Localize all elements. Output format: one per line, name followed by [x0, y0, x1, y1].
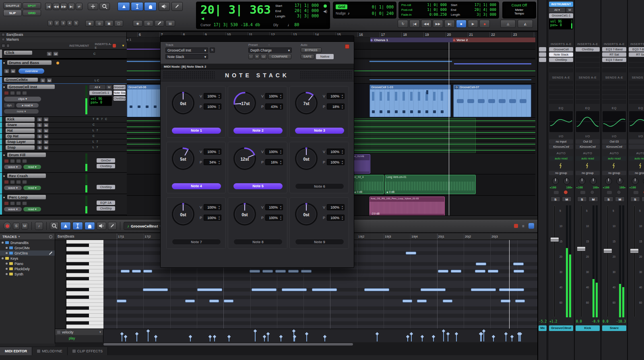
bar-number-16[interactable]: 16 — [359, 33, 363, 37]
go-to-start-button[interactable]: |◀ — [45, 3, 52, 10]
velocity-stem[interactable] — [264, 337, 265, 341]
midi-note[interactable] — [288, 270, 299, 273]
eq-graph[interactable] — [629, 111, 644, 132]
midi-note[interactable] — [143, 270, 152, 273]
audio-read-select[interactable]: read ▾ — [23, 186, 41, 190]
input-select[interactable] — [629, 139, 644, 144]
fader-thumb[interactable] — [577, 246, 586, 251]
piano-key[interactable] — [66, 325, 103, 329]
midi-note[interactable] — [514, 270, 524, 273]
countoff-label[interactable]: Count Off — [503, 3, 536, 7]
piano-key[interactable] — [66, 262, 103, 266]
mute-icon[interactable] — [22, 159, 27, 163]
audio-expand-icon[interactable]: ▾ — [3, 153, 5, 157]
pan-knob-left[interactable] — [551, 177, 559, 185]
io-header[interactable]: I/O — [575, 134, 601, 138]
pan-readout-left[interactable]: ◂100 — [603, 186, 609, 189]
group-overview-button[interactable]: overview — [19, 68, 44, 74]
piano-key[interactable] — [66, 321, 103, 325]
black-key[interactable] — [66, 296, 89, 299]
note-label-5[interactable]: Note 5 — [233, 183, 283, 189]
rewind-button[interactable]: ◀◀ — [53, 3, 60, 10]
audio-expand-icon[interactable]: ▾ — [3, 174, 5, 178]
velocity-stem[interactable] — [433, 337, 434, 341]
pan-readout-right[interactable]: 100▸ — [592, 186, 599, 189]
marker-chorus-1[interactable]: ◆Chorus 1 — [370, 37, 388, 42]
send-slot-empty-3[interactable] — [549, 95, 573, 99]
send-slot-empty-4[interactable] — [576, 100, 600, 104]
pan-knob-right[interactable] — [563, 177, 571, 185]
header-instrument[interactable]: INSTRUMENT — [69, 44, 89, 48]
spinner-arrows-icon[interactable]: ▲▼ — [341, 149, 343, 154]
velocity-stem[interactable] — [456, 334, 457, 341]
header-inserts[interactable]: INSERTS A-E — [95, 42, 112, 50]
fast-forward-button[interactable]: ▶▶ — [60, 3, 67, 10]
velocity-stem[interactable] — [210, 337, 211, 341]
group-select[interactable]: no group — [576, 171, 600, 175]
fader-track[interactable] — [634, 205, 635, 317]
warning-icon[interactable]: ▼ — [122, 44, 125, 48]
send-slot-empty-0[interactable] — [602, 81, 626, 85]
record-indicator[interactable] — [580, 191, 585, 194]
track-dot-icon[interactable] — [6, 263, 8, 265]
midi-note[interactable] — [250, 270, 260, 273]
insert-slot-empty-1[interactable] — [576, 52, 600, 57]
lcd-row-length[interactable]: Length3| 3| 000 — [451, 12, 496, 17]
notation-view-icon[interactable]: ♪ — [35, 222, 43, 230]
velocity-stem[interactable] — [125, 337, 126, 341]
io-header[interactable]: I/O — [628, 134, 644, 138]
track-name-grovecelmix[interactable]: GroveCelMix — [4, 78, 38, 82]
midi-note[interactable] — [121, 270, 130, 273]
mirrored-editing-button[interactable]: ◎ — [95, 20, 104, 27]
spinner-arrows-icon[interactable]: ▲▼ — [218, 215, 220, 220]
pencil-button[interactable] — [171, 2, 183, 11]
output-select[interactable] — [629, 145, 644, 149]
lcd-row-start[interactable]: Start17| 1| 000 — [451, 3, 496, 8]
midi-clip[interactable]: GroveCell-06 — [127, 85, 161, 117]
main-counter-value[interactable]: 20| 3| 363 — [200, 3, 271, 17]
bar-number-17[interactable]: 17 — [381, 33, 385, 37]
spinner-arrows-icon[interactable]: ▲▼ — [218, 94, 220, 99]
midi-tick-17-2[interactable]: 17|2 — [144, 235, 151, 238]
partial-volume-readout[interactable]: -5.2 — [539, 320, 547, 323]
black-key[interactable] — [66, 288, 89, 291]
tempo-label[interactable]: Tempo — [503, 12, 536, 15]
drum-mute-button[interactable]: M — [43, 128, 49, 133]
spinner-arrows-icon[interactable]: ▲▼ — [280, 215, 282, 220]
elastic-audio-icon[interactable] — [585, 163, 590, 169]
auto-mode-select[interactable]: auto read — [629, 156, 644, 161]
nudge-label[interactable]: Nudge — [336, 11, 346, 15]
velocity-stem[interactable] — [506, 334, 506, 341]
peak-readout[interactable]: -10.3 — [616, 320, 626, 323]
drum-solo-button[interactable]: S — [37, 145, 42, 150]
velocity-stem[interactable] — [190, 337, 191, 341]
velocity-stem[interactable] — [443, 331, 444, 341]
memory-5[interactable]: 5 — [73, 20, 79, 26]
input-monitor-icon[interactable] — [10, 159, 15, 163]
pan-knob-left[interactable] — [578, 177, 586, 185]
spinner-value[interactable]: 100%▲▼ — [265, 215, 283, 221]
midi-note[interactable] — [471, 288, 496, 291]
solo-icon[interactable] — [16, 159, 21, 163]
strip-nameplate[interactable]: GrooveClInst — [549, 325, 573, 331]
speaker-mini-icon[interactable]: ◀) — [323, 9, 327, 13]
track-name-kick[interactable]: Kick — [6, 117, 35, 122]
group-solo-button[interactable]: S — [4, 69, 9, 73]
midi-track-item-drumandbs[interactable]: DrumandBs — [0, 240, 55, 245]
drum-mute-button[interactable]: M — [43, 117, 49, 122]
spinner-arrows-icon[interactable]: ▲▼ — [218, 149, 220, 154]
auto-header[interactable]: AUTO — [575, 151, 601, 155]
trim-tool-button[interactable] — [118, 2, 130, 11]
mode-grid[interactable]: GRID — [23, 10, 41, 16]
auto-header[interactable]: AUTO — [548, 151, 574, 155]
bar-number-21[interactable]: 21 — [469, 33, 473, 37]
strip-pan-readout[interactable]: pan▸ 0 — [550, 23, 572, 27]
piano-key[interactable] — [66, 273, 103, 277]
insert-slot-empty-3[interactable] — [602, 63, 626, 67]
note-label-2[interactable]: Note 2 — [233, 128, 283, 134]
group-mute-button[interactable]: M — [10, 69, 16, 73]
midi-note[interactable] — [262, 270, 273, 273]
sends-header[interactable]: SENDS A-E — [601, 76, 627, 79]
send-slot-empty-1[interactable] — [549, 85, 573, 89]
inserts-header[interactable]: INSERTS A-E — [628, 42, 644, 46]
